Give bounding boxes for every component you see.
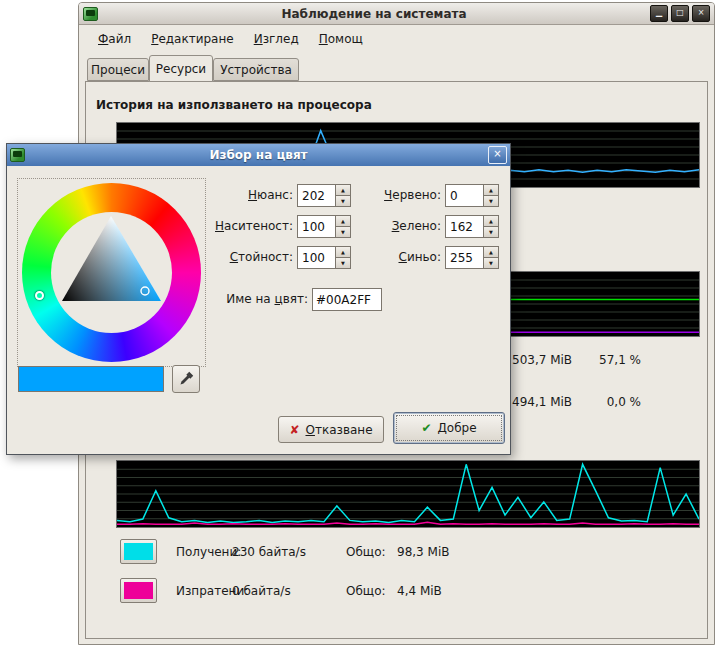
- tab-devices[interactable]: Устройства: [213, 58, 299, 81]
- green-input[interactable]: [445, 215, 484, 238]
- screen: Наблюдение на системата ▁ □ × Файл Редак…: [0, 0, 717, 647]
- cancel-text: тказване: [315, 423, 373, 437]
- menu-help[interactable]: Помощ: [310, 29, 372, 49]
- network-history-graph: [116, 460, 700, 528]
- eyedropper-button[interactable]: [172, 365, 200, 393]
- green-label: Зелено:: [337, 215, 441, 238]
- red-label: Червено:: [337, 184, 441, 207]
- eyedropper-icon: [178, 371, 194, 387]
- dialog-close-icon[interactable]: ×: [488, 146, 507, 164]
- color-preview: [18, 366, 164, 392]
- memory-used-percent: 57,1 %: [579, 353, 641, 367]
- value-label: Стойност:: [177, 246, 293, 269]
- received-color-button[interactable]: [120, 539, 157, 564]
- red-input[interactable]: [445, 184, 484, 207]
- cancel-icon: ✘: [289, 423, 299, 437]
- received-total: 98,3 MiB: [397, 545, 449, 559]
- green-label-text: елено:: [399, 219, 441, 233]
- memory-used-value: 503,7 MiB: [512, 353, 572, 367]
- received-rate: 230 байта/s: [232, 545, 306, 559]
- menu-file[interactable]: Файл: [89, 29, 140, 49]
- value-input[interactable]: [297, 246, 336, 269]
- main-titlebar[interactable]: Наблюдение на системата ▁ □ ×: [79, 3, 714, 25]
- received-total-label: Общо:: [346, 545, 386, 559]
- green-steppers: ▲▼: [484, 215, 499, 238]
- menu-help-mnemonic: П: [319, 32, 328, 46]
- received-color-fill: [124, 543, 153, 560]
- main-window-title: Наблюдение на системата: [98, 7, 650, 21]
- blue-steppers: ▲▼: [484, 246, 499, 269]
- hue-input[interactable]: [297, 184, 336, 207]
- blue-label-mnemonic: С: [399, 250, 407, 264]
- saturation-label-text: аситеност:: [224, 219, 293, 233]
- swap-used-value: 494,1 MiB: [512, 395, 572, 409]
- cpu-history-heading: История на използването на процесора: [96, 98, 372, 112]
- ok-mnemonic: Д: [437, 421, 446, 435]
- color-name-label-text: вят:: [283, 292, 308, 306]
- green-down-icon[interactable]: ▼: [484, 227, 499, 238]
- blue-down-icon[interactable]: ▼: [484, 258, 499, 269]
- color-chooser-dialog: Избор на цвят ×: [6, 143, 511, 455]
- green-spinner: ▲▼: [445, 215, 499, 238]
- system-monitor-icon: [83, 7, 98, 21]
- hue-marker[interactable]: [35, 291, 44, 300]
- menu-view[interactable]: Изглед: [245, 29, 308, 49]
- ok-button[interactable]: ✔ Добре: [393, 412, 505, 444]
- menu-edit[interactable]: Редактиране: [142, 29, 243, 49]
- menu-file-text: айл: [108, 32, 131, 46]
- red-spinner: ▲▼: [445, 184, 499, 207]
- maximize-icon[interactable]: □: [671, 5, 689, 22]
- ok-button-label: Добре: [437, 421, 476, 435]
- cancel-button[interactable]: ✘ Отказване: [278, 416, 384, 443]
- hue-label-text: юанс:: [257, 188, 293, 202]
- sent-rate: 0 байта/s: [232, 584, 291, 598]
- network-history-plot: [117, 461, 699, 527]
- color-name-label-pre: Име на: [226, 292, 274, 306]
- sent-color-fill: [124, 582, 153, 599]
- red-up-icon[interactable]: ▲: [484, 184, 499, 196]
- menu-view-mnemonic: И: [254, 32, 263, 46]
- blue-up-icon[interactable]: ▲: [484, 246, 499, 258]
- red-label-text: ервено:: [392, 188, 441, 202]
- color-name-label-mnemonic: ц: [275, 292, 283, 306]
- sent-total: 4,4 MiB: [397, 584, 442, 598]
- close-icon[interactable]: ×: [692, 5, 710, 22]
- dialog-title: Избор на цвят: [7, 148, 510, 162]
- hue-label-mnemonic: Н: [248, 188, 257, 202]
- red-steppers: ▲▼: [484, 184, 499, 207]
- cancel-button-label: Отказване: [305, 423, 372, 437]
- tab-processes[interactable]: Процеси: [87, 58, 149, 81]
- menu-file-mnemonic: Ф: [98, 32, 108, 46]
- cancel-mnemonic: О: [305, 423, 314, 437]
- sent-color-button[interactable]: [120, 578, 157, 603]
- blue-label-text: иньо:: [407, 250, 441, 264]
- minimize-icon[interactable]: ▁: [650, 5, 668, 22]
- hue-label: Нюанс:: [177, 184, 293, 207]
- blue-input[interactable]: [445, 246, 484, 269]
- tab-resources[interactable]: Ресурси: [149, 55, 213, 82]
- menu-view-text: зглед: [263, 32, 299, 46]
- saturation-label-mnemonic: Н: [215, 219, 224, 233]
- dialog-icon: [10, 148, 25, 162]
- green-up-icon[interactable]: ▲: [484, 215, 499, 227]
- swap-used-percent: 0,0 %: [579, 395, 641, 409]
- dialog-titlebar[interactable]: Избор на цвят ×: [7, 144, 510, 166]
- ok-text: обре: [447, 421, 477, 435]
- color-name-input[interactable]: [312, 288, 382, 311]
- sent-total-label: Общо:: [346, 584, 386, 598]
- blue-label: Синьо:: [337, 246, 441, 269]
- ok-icon: ✔: [421, 421, 431, 435]
- blue-spinner: ▲▼: [445, 246, 499, 269]
- value-label-text: тойност:: [238, 250, 293, 264]
- saturation-input[interactable]: [297, 215, 336, 238]
- red-down-icon[interactable]: ▼: [484, 196, 499, 207]
- color-name-label: Име на цвят:: [177, 288, 308, 311]
- saturation-value-triangle[interactable]: [51, 212, 172, 333]
- menu-edit-text: едактиране: [158, 32, 233, 46]
- window-controls: ▁ □ ×: [650, 5, 710, 22]
- value-label-mnemonic: С: [230, 250, 238, 264]
- saturation-label: Наситеност:: [177, 215, 293, 238]
- menu-help-text: омощ: [328, 32, 363, 46]
- menubar: Файл Редактиране Изглед Помощ: [79, 26, 714, 51]
